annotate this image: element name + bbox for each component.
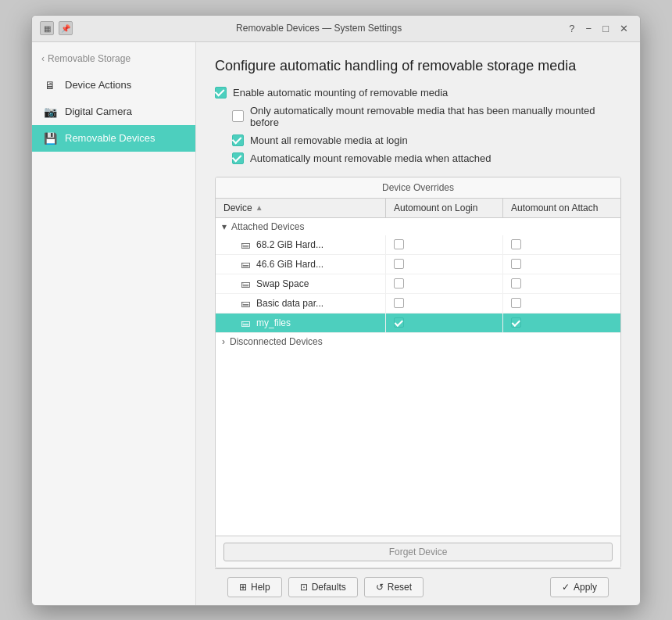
table-row-basic[interactable]: 🖴 Basic data par... — [216, 294, 620, 314]
table-row-hd1[interactable]: 🖴 68.2 GiB Hard... — [216, 235, 620, 255]
attach-cell-myfiles — [503, 314, 620, 332]
group-attached-devices[interactable]: ▾ Attached Devices — [216, 218, 620, 235]
defaults-btn-label: Defaults — [312, 582, 346, 593]
forget-device-bar: Forget Device — [216, 536, 620, 568]
window-body: ‹ Removable Storage 🖥 Device Actions 📷 D… — [32, 42, 640, 605]
reset-btn-label: Reset — [388, 582, 412, 593]
hd2-label: 46.6 GiB Hard... — [256, 259, 323, 270]
help-btn-icon: ⊞ — [239, 582, 247, 593]
group-disconnected-devices[interactable]: › Disconnected Devices — [216, 333, 620, 350]
sidebar-item-device-actions[interactable]: 🖥 Device Actions — [32, 72, 195, 99]
main-window: ▦ 📌 Removable Devices — System Settings … — [31, 15, 641, 606]
table-row-myfiles[interactable]: 🖴 my_files — [216, 314, 620, 333]
only-prev-mounted-checkbox[interactable] — [232, 110, 244, 122]
sidebar-item-removable-devices[interactable]: 💾 Removable Devices — [32, 125, 195, 152]
option-enable-automount: Enable automatic mounting of removable m… — [215, 87, 621, 99]
apply-btn-label: Apply — [574, 582, 597, 593]
mount-at-login-label: Mount all removable media at login — [250, 134, 408, 146]
device-cell-hd2: 🖴 46.6 GiB Hard... — [216, 255, 386, 274]
table-row-swap[interactable]: 🖴 Swap Space — [216, 274, 620, 294]
device-cell-hd1: 🖴 68.2 GiB Hard... — [216, 235, 386, 254]
apply-btn-icon: ✓ — [562, 582, 570, 593]
option-only-prev-mounted: Only automatically mount removable media… — [215, 105, 621, 128]
device-overrides-section: Device Overrides Device ▲ Automount on L… — [215, 177, 621, 568]
app-icon: ▦ — [40, 21, 54, 35]
option-mount-at-login: Mount all removable media at login — [215, 134, 621, 146]
column-automount-login: Automount on Login — [386, 199, 503, 217]
maximize-button[interactable]: □ — [599, 21, 613, 36]
hd2-icon: 🖴 — [239, 258, 252, 271]
hd2-attach-checkbox[interactable] — [511, 259, 521, 269]
sidebar-item-label-device-actions: Device Actions — [65, 79, 131, 91]
device-cell-myfiles: 🖴 my_files — [216, 314, 386, 332]
myfiles-icon: 🖴 — [239, 317, 252, 329]
login-cell-hd1 — [386, 235, 503, 254]
bottom-bar: ⊞ Help ⊡ Defaults ↺ Reset ✓ Apply — [215, 568, 621, 605]
titlebar-controls: ? − □ ✕ — [565, 21, 632, 36]
hd1-login-checkbox[interactable] — [394, 239, 404, 249]
device-cell-swap: 🖴 Swap Space — [216, 274, 386, 293]
back-chevron-icon: ‹ — [41, 53, 45, 64]
basic-attach-checkbox[interactable] — [511, 298, 521, 308]
titlebar: ▦ 📌 Removable Devices — System Settings … — [32, 16, 640, 42]
option-mount-on-attach: Automatically mount removable media when… — [215, 152, 621, 164]
basic-label: Basic data par... — [256, 298, 323, 309]
close-button[interactable]: ✕ — [616, 21, 632, 36]
table-row-hd2[interactable]: 🖴 46.6 GiB Hard... — [216, 255, 620, 274]
page-title: Configure automatic handling of removabl… — [215, 58, 621, 74]
swap-login-checkbox[interactable] — [394, 278, 404, 288]
device-overrides-title: Device Overrides — [216, 177, 620, 199]
mount-at-login-checkbox[interactable] — [232, 134, 244, 146]
help-button[interactable]: ⊞ Help — [227, 577, 282, 597]
column-device[interactable]: Device ▲ — [216, 199, 386, 217]
swap-attach-checkbox[interactable] — [511, 278, 521, 288]
swap-icon: 🖴 — [239, 278, 252, 290]
only-prev-mounted-label: Only automatically mount removable media… — [250, 105, 621, 128]
attach-cell-swap — [503, 274, 620, 293]
removable-devices-icon: 💾 — [43, 131, 57, 145]
group-label-disconnected: Disconnected Devices — [230, 336, 323, 347]
reset-button[interactable]: ↺ Reset — [364, 577, 424, 597]
minimize-button[interactable]: − — [582, 21, 596, 36]
pin-icon[interactable]: 📌 — [59, 21, 73, 35]
titlebar-title: Removable Devices — System Settings — [73, 23, 565, 34]
basic-login-checkbox[interactable] — [394, 298, 404, 308]
apply-button[interactable]: ✓ Apply — [550, 577, 609, 597]
help-titlebar-button[interactable]: ? — [565, 21, 578, 36]
reset-btn-icon: ↺ — [376, 582, 384, 593]
device-actions-icon: 🖥 — [43, 78, 57, 92]
defaults-button[interactable]: ⊡ Defaults — [288, 577, 358, 597]
hd1-attach-checkbox[interactable] — [511, 239, 521, 249]
myfiles-login-checkbox[interactable] — [394, 317, 404, 328]
hd2-login-checkbox[interactable] — [394, 259, 404, 269]
table-header: Device ▲ Automount on Login Automount on… — [216, 199, 620, 218]
swap-label: Swap Space — [256, 278, 309, 289]
login-cell-swap — [386, 274, 503, 293]
attach-cell-hd1 — [503, 235, 620, 254]
sidebar-item-label-removable-devices: Removable Devices — [65, 132, 155, 144]
sort-icon: ▲ — [256, 203, 263, 212]
group-expand-icon: › — [222, 336, 225, 347]
myfiles-attach-checkbox[interactable] — [511, 317, 521, 328]
help-btn-label: Help — [251, 582, 270, 593]
login-cell-basic — [386, 294, 503, 313]
column-automount-attach: Automount on Attach — [503, 199, 620, 217]
mount-on-attach-label: Automatically mount removable media when… — [250, 152, 491, 164]
sidebar: ‹ Removable Storage 🖥 Device Actions 📷 D… — [32, 42, 196, 605]
mount-on-attach-checkbox[interactable] — [232, 152, 244, 164]
device-cell-basic: 🖴 Basic data par... — [216, 294, 386, 313]
forget-device-button[interactable]: Forget Device — [223, 543, 613, 561]
sidebar-item-digital-camera[interactable]: 📷 Digital Camera — [32, 99, 195, 125]
sidebar-back-button[interactable]: ‹ Removable Storage — [32, 48, 195, 72]
attach-cell-basic — [503, 294, 620, 313]
sidebar-item-label-digital-camera: Digital Camera — [65, 106, 132, 117]
table-body: ▾ Attached Devices 🖴 68.2 GiB Hard... — [216, 218, 620, 536]
titlebar-icons: ▦ 📌 — [40, 21, 73, 35]
main-content: Configure automatic handling of removabl… — [196, 42, 640, 605]
digital-camera-icon: 📷 — [43, 105, 57, 119]
myfiles-label: my_files — [256, 317, 291, 328]
enable-automount-checkbox[interactable] — [215, 87, 227, 99]
login-cell-myfiles — [386, 314, 503, 332]
sidebar-back-label: Removable Storage — [48, 53, 130, 64]
group-label-attached: Attached Devices — [231, 221, 304, 232]
